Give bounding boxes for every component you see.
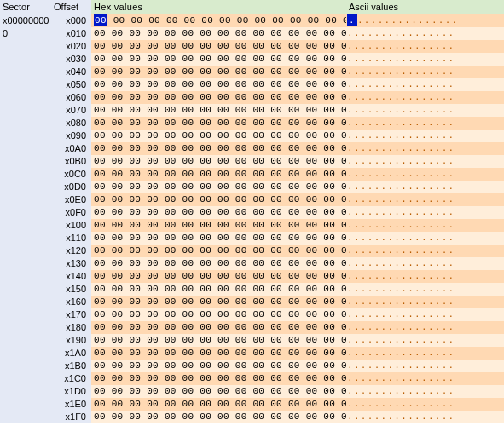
hex-byte[interactable]: 00	[235, 105, 247, 115]
hex-byte[interactable]: 00	[235, 373, 247, 383]
hex-byte[interactable]: 00	[270, 118, 282, 128]
hex-cell[interactable]: 00 00 00 00 00 00 00 00 00 00 00 00 00 0…	[91, 398, 346, 411]
hex-row[interactable]: x1E000 00 00 00 00 00 00 00 00 00 00 00 …	[0, 398, 504, 411]
hex-byte[interactable]: 00	[182, 412, 194, 422]
ascii-cell[interactable]: ................	[346, 283, 504, 296]
ascii-cell[interactable]: ................	[346, 14, 504, 27]
hex-byte[interactable]: 00	[112, 296, 124, 307]
ascii-char[interactable]: .	[368, 220, 374, 230]
hex-byte[interactable]: 00	[147, 156, 159, 166]
ascii-char[interactable]: .	[435, 66, 442, 77]
ascii-char[interactable]: .	[408, 118, 414, 128]
ascii-char[interactable]: .	[421, 245, 428, 256]
ascii-char[interactable]: .	[368, 181, 374, 192]
hex-cell[interactable]: 00 00 00 00 00 00 00 00 00 00 00 00 00 0…	[91, 40, 346, 53]
ascii-char[interactable]: .	[361, 54, 368, 64]
ascii-char[interactable]: .	[414, 258, 421, 268]
ascii-char[interactable]: .	[414, 399, 421, 409]
hex-byte[interactable]: 00	[235, 284, 247, 294]
ascii-char[interactable]: .	[368, 348, 374, 358]
ascii-char[interactable]: .	[442, 399, 449, 409]
ascii-char[interactable]: .	[442, 348, 449, 358]
ascii-char[interactable]: .	[442, 335, 449, 345]
hex-byte[interactable]: 00	[94, 14, 107, 26]
hex-byte[interactable]: 00	[147, 348, 159, 358]
ascii-char[interactable]: .	[361, 233, 368, 243]
hex-byte[interactable]: 00	[200, 54, 211, 64]
hex-byte[interactable]: 00	[94, 41, 106, 51]
ascii-char[interactable]: .	[401, 309, 408, 320]
hex-byte[interactable]: 00	[182, 156, 194, 166]
ascii-char[interactable]: .	[374, 335, 381, 345]
ascii-char[interactable]: .	[401, 348, 408, 358]
ascii-char[interactable]: .	[361, 309, 368, 320]
ascii-char[interactable]: .	[428, 348, 435, 358]
ascii-char[interactable]: .	[428, 245, 435, 256]
hex-row[interactable]: x13000 00 00 00 00 00 00 00 00 00 00 00 …	[0, 257, 504, 270]
ascii-char[interactable]: .	[354, 373, 361, 383]
hex-byte[interactable]: 00	[112, 79, 124, 89]
hex-byte[interactable]: 00	[147, 335, 159, 345]
hex-byte[interactable]: 00	[112, 194, 124, 204]
hex-row[interactable]: x1D000 00 00 00 00 00 00 00 00 00 00 00 …	[0, 385, 504, 398]
hex-byte[interactable]: 00	[94, 309, 106, 320]
ascii-char[interactable]: .	[449, 54, 455, 64]
hex-cell[interactable]: 00 00 00 00 00 00 00 00 00 00 00 00 00 0…	[91, 411, 346, 423]
hex-byte[interactable]: 00	[270, 245, 282, 256]
ascii-char[interactable]: .	[361, 79, 368, 89]
hex-byte[interactable]: 00	[147, 130, 159, 141]
ascii-char[interactable]: .	[374, 258, 381, 268]
ascii-char[interactable]: .	[354, 386, 361, 396]
ascii-char[interactable]: .	[428, 207, 435, 217]
ascii-char[interactable]: .	[449, 412, 455, 422]
hex-byte[interactable]: 00	[165, 169, 177, 179]
ascii-char[interactable]: .	[421, 54, 428, 64]
ascii-char[interactable]: .	[347, 194, 354, 204]
ascii-char[interactable]: .	[401, 258, 408, 268]
hex-row[interactable]: x0E000 00 00 00 00 00 00 00 00 00 00 00 …	[0, 193, 504, 206]
ascii-char[interactable]: .	[449, 386, 455, 396]
ascii-char[interactable]: .	[408, 360, 414, 371]
ascii-cell[interactable]: ................	[346, 181, 504, 193]
hex-byte[interactable]: 00	[200, 92, 211, 102]
hex-byte[interactable]: 00	[217, 41, 229, 51]
ascii-char[interactable]: .	[347, 233, 354, 243]
ascii-char[interactable]: .	[435, 322, 442, 332]
hex-byte[interactable]: 00	[217, 118, 229, 128]
hex-byte[interactable]: 00	[252, 156, 264, 166]
hex-byte[interactable]: 00	[235, 271, 247, 281]
hex-byte[interactable]: 00	[94, 245, 106, 256]
ascii-char[interactable]: .	[435, 233, 442, 243]
hex-byte[interactable]: 00	[235, 245, 247, 256]
ascii-char[interactable]: .	[435, 412, 442, 422]
ascii-char[interactable]: .	[435, 335, 442, 345]
hex-byte[interactable]: 00	[288, 386, 300, 396]
ascii-cell[interactable]: ................	[346, 385, 504, 398]
ascii-cell[interactable]: ................	[346, 53, 504, 66]
ascii-char[interactable]: .	[354, 66, 361, 77]
hex-byte[interactable]: 00	[217, 412, 229, 422]
hex-byte[interactable]: 00	[288, 348, 300, 358]
hex-byte[interactable]: 00	[147, 412, 159, 422]
ascii-char[interactable]: .	[442, 386, 449, 396]
ascii-char[interactable]: .	[347, 28, 354, 38]
hex-byte[interactable]: 00	[288, 143, 300, 153]
ascii-char[interactable]: .	[408, 194, 414, 204]
hex-byte[interactable]: 00	[129, 245, 141, 256]
ascii-char[interactable]: .	[347, 284, 354, 294]
hex-byte[interactable]: 00	[112, 54, 124, 64]
ascii-char[interactable]: .	[354, 245, 361, 256]
ascii-cell[interactable]: ................	[346, 270, 504, 283]
hex-byte[interactable]: 00	[323, 322, 335, 332]
hex-byte[interactable]: 00	[252, 54, 264, 64]
hex-byte[interactable]: 00	[165, 245, 177, 256]
ascii-char[interactable]: .	[428, 309, 435, 320]
ascii-char[interactable]: .	[442, 92, 449, 102]
ascii-char[interactable]: .	[449, 258, 455, 268]
ascii-char[interactable]: .	[408, 284, 414, 294]
hex-byte[interactable]: 00	[217, 309, 229, 320]
hex-row[interactable]: x1F000 00 00 00 00 00 00 00 00 00 00 00 …	[0, 411, 504, 423]
ascii-char[interactable]: .	[442, 360, 449, 371]
ascii-cell[interactable]: ................	[346, 66, 504, 78]
hex-byte[interactable]: 00	[270, 399, 282, 409]
